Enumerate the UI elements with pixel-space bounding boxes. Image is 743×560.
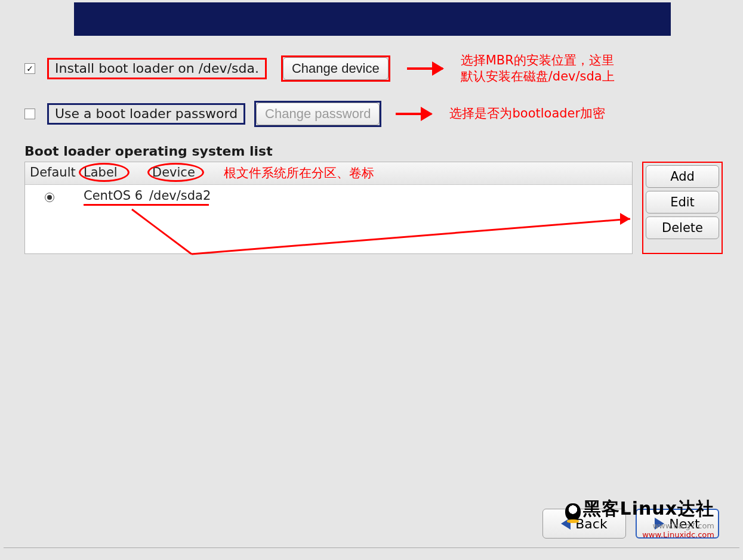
- main-content: Install boot loader on /dev/sda. Change …: [24, 52, 723, 254]
- install-bootloader-row: Install boot loader on /dev/sda. Change …: [24, 52, 723, 85]
- install-bootloader-checkbox[interactable]: [24, 63, 35, 74]
- col-label-text: Label: [84, 165, 118, 180]
- row-device: /dev/sda2: [149, 188, 209, 206]
- delete-button[interactable]: Delete: [646, 216, 719, 239]
- arrow-right-icon: [655, 518, 664, 530]
- annotation-mbr: 选择MBR的安装位置，这里 默认安装在磁盘/dev/sda上: [461, 52, 615, 85]
- back-button[interactable]: Back: [542, 509, 626, 539]
- arrow-icon: [396, 113, 431, 115]
- os-list-header: Default Label Device 根文件系统所在分区、卷标: [25, 162, 632, 185]
- change-device-highlight: Change device: [281, 55, 390, 82]
- arrow-icon: [407, 67, 443, 70]
- add-button[interactable]: Add: [646, 165, 719, 188]
- row-default-radio-cell: [30, 188, 84, 206]
- change-password-highlight: Change password: [254, 101, 381, 127]
- col-device-text: Device: [152, 165, 195, 180]
- separator: [4, 547, 739, 548]
- nav-buttons: Back Next: [542, 509, 719, 539]
- col-device[interactable]: Device: [152, 165, 212, 181]
- os-list-side-buttons: Add Edit Delete: [642, 162, 723, 254]
- os-list: Default Label Device 根文件系统所在分区、卷标 CentOS…: [24, 162, 633, 254]
- annotation-text: 默认安装在磁盘/dev/sda上: [461, 69, 615, 83]
- install-bootloader-label: Install boot loader on /dev/sda.: [47, 58, 267, 79]
- change-password-button: Change password: [256, 103, 380, 125]
- annotation-rootfs: 根文件系统所在分区、卷标: [224, 165, 374, 181]
- bootloader-password-label: Use a boot loader password: [47, 103, 245, 125]
- default-os-radio[interactable]: [45, 193, 54, 202]
- arrow-left-icon: [561, 518, 571, 530]
- annotation-password: 选择是否为bootloader加密: [449, 106, 605, 122]
- bootloader-password-row: Use a boot loader password Change passwo…: [24, 101, 723, 127]
- os-list-title: Boot loader operating system list: [24, 144, 723, 159]
- change-device-button[interactable]: Change device: [283, 57, 389, 80]
- bootloader-password-checkbox[interactable]: [24, 109, 35, 119]
- table-row[interactable]: CentOS 6 /dev/sda2: [25, 185, 632, 209]
- col-label[interactable]: Label: [84, 165, 152, 181]
- col-default[interactable]: Default: [30, 165, 84, 181]
- back-label: Back: [575, 516, 607, 531]
- row-label: CentOS 6: [84, 188, 152, 206]
- header-banner: [74, 2, 671, 36]
- edit-button[interactable]: Edit: [646, 191, 719, 214]
- next-button[interactable]: Next: [636, 509, 719, 539]
- annotation-text: 选择MBR的安装位置，这里: [461, 53, 614, 67]
- next-label: Next: [669, 516, 699, 531]
- os-list-area: Default Label Device 根文件系统所在分区、卷标 CentOS…: [24, 162, 723, 254]
